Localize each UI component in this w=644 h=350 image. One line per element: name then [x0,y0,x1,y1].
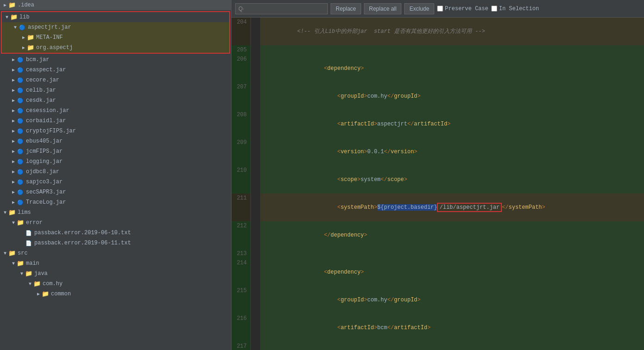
tree-item-aspectjrt[interactable]: ▼ 🔵 aspectjrt.jar [2,22,229,32]
tree-item-org-aspectj[interactable]: ▶ 📁 org.aspectj [2,43,229,53]
arrow-tracelog: ▶ [10,199,17,206]
folder-icon-idea: 📁 [8,1,16,9]
arrow-cryptojfips: ▶ [10,128,17,134]
arrow-ceaspect: ▶ [10,67,17,73]
line-number-204: 204 [231,18,251,45]
tree-item-java[interactable]: ▼ 📁 java [0,269,231,279]
jar-icon-sapjco3: 🔵 [17,178,24,186]
jar-icon-ceaspect: 🔵 [17,66,24,74]
editor-area: Replace Replace all Exclude Preserve Cas… [231,0,644,350]
tree-label-meta-inf: META-INF [36,34,63,41]
tree-item-meta-inf[interactable]: ▶ 📁 META-INF [2,32,229,43]
preserve-case-checkbox[interactable] [437,6,443,12]
tree-label-tracelog: TraceLog.jar [26,199,66,206]
arrow-logging: ▶ [10,158,17,165]
arrow-cecore: ▶ [10,77,17,83]
tree-label-secsapr3: secSAPR3.jar [26,189,66,195]
line-number-212: 212 [231,221,251,249]
line-number-211: 211 [231,194,251,221]
tree-item-lib[interactable]: ▼ 📁 lib [2,12,229,22]
tree-item-jcmfips[interactable]: ▶ 🔵 jcmFIPS.jar [0,146,231,156]
tree-item-ojdbc8[interactable]: ▶ 🔵 ojdbc8.jar [0,167,231,177]
tree-item-celib[interactable]: ▶ 🔵 celib.jar [0,85,231,95]
tree-label-sapjco3: sapjco3.jar [26,179,63,185]
tree-item-tracelog[interactable]: ▶ 🔵 TraceLog.jar [0,197,231,207]
arrow-java: ▼ [19,270,25,277]
tree-item-logging[interactable]: ▶ 🔵 logging.jar [0,156,231,167]
tree-item-src[interactable]: ▼ 📁 src [0,248,231,258]
tree-item-corbaidl[interactable]: ▶ 🔵 corbaidl.jar [0,116,231,126]
in-selection-text: In Selection [499,6,539,12]
tree-label-com-hy: com.hy [43,281,63,287]
folder-icon-com-hy: 📁 [33,280,41,288]
line-number-208: 208 [231,110,251,138]
line-gutter-207 [251,82,260,110]
tree-item-common[interactable]: ▶ 📁 common [0,289,231,299]
code-line-209: 209 <version>0.0.1</version> [231,138,644,166]
tree-item-cecore[interactable]: ▶ 🔵 cecore.jar [0,75,231,85]
jar-icon-cecore: 🔵 [17,76,24,84]
line-content-211: <systemPath>${project.basedir}/lib/aspec… [260,194,644,221]
tree-item-com-hy[interactable]: ▼ 📁 com.hy [0,279,231,289]
jar-icon-jcmfips: 🔵 [17,148,24,155]
tree-label-celib: celib.jar [26,87,56,94]
tree-label-ebus405: ebus405.jar [26,138,63,144]
folder-icon-java: 📁 [25,270,32,277]
tree-item-secsapr3[interactable]: ▶ 🔵 secSAPR3.jar [0,187,231,197]
line-number-207: 207 [231,82,251,110]
tree-item-main[interactable]: ▼ 📁 main [0,258,231,269]
code-line-208: 208 <artifactId>aspectjrt</artifactId> [231,110,644,138]
tree-item-ceaspect[interactable]: ▶ 🔵 ceaspect.jar [0,65,231,75]
preserve-case-label[interactable]: Preserve Case [437,6,488,12]
arrow-celib: ▶ [10,87,17,94]
tree-item-cesdk[interactable]: ▶ 🔵 cesdk.jar [0,95,231,106]
folder-icon-meta-inf: 📁 [27,34,34,41]
tree-label-jcmfips: jcmFIPS.jar [26,148,63,155]
tree-label-org-aspectj: org.aspectj [36,44,73,51]
arrow-lims: ▼ [2,209,8,216]
red-box-path: /lib/aspectjrt.jar [437,203,502,212]
tree-label-cecore: cecore.jar [26,77,59,83]
replace-all-button[interactable]: Replace all [364,3,401,14]
tree-item-cesession[interactable]: ▶ 🔵 cesession.jar [0,106,231,116]
line-content-210: <scope>system</scope> [260,166,644,194]
code-line-205: 205 [231,45,644,55]
line-content-216: <artifactId>bcm</artifactId> [260,314,644,342]
lib-box: ▼ 📁 lib ▼ 🔵 aspectjrt.jar ▶ 📁 META-INF ▶… [1,11,230,54]
find-replace-bar: Replace Replace all Exclude Preserve Cas… [231,0,644,18]
line-gutter-208 [251,110,260,138]
code-line-217: 217 <version>0.0.1</version> [231,342,644,350]
in-selection-checkbox[interactable] [491,6,497,12]
collapse-arrow-org-aspectj: ▶ [20,44,27,51]
code-line-211: 211 <systemPath>${project.basedir}/lib/a… [231,194,644,221]
tree-label-ojdbc8: ojdbc8.jar [26,169,59,175]
collapse-arrow-aspectjrt: ▼ [12,24,19,31]
tree-item-passback1[interactable]: ▶ 📄 passback.error.2019-06-10.txt [0,228,231,238]
line-number-215: 215 [231,286,251,314]
tree-item-cryptojfips[interactable]: ▶ 🔵 cryptojFIPS.jar [0,126,231,136]
code-editor[interactable]: 204 <!-- 引入Lib中的外部jar start 是否有其他更好的引入方法… [231,18,644,350]
arrow-com-hy: ▼ [27,281,33,287]
tree-item-lims[interactable]: ▼ 📁 lims [0,207,231,218]
jar-icon-ojdbc8: 🔵 [17,168,24,175]
tree-item-ebus405[interactable]: ▶ 🔵 ebus405.jar [0,136,231,146]
line-number-206: 206 [231,55,251,82]
tree-item-passback2[interactable]: ▶ 📄 passback.error.2019-06-11.txt [0,238,231,248]
folder-icon-org-aspectj: 📁 [27,44,34,51]
replace-button[interactable]: Replace [331,3,361,14]
tree-item-sapjco3[interactable]: ▶ 🔵 sapjco3.jar [0,177,231,187]
in-selection-label[interactable]: In Selection [491,6,539,12]
exclude-button[interactable]: Exclude [404,3,434,14]
line-gutter-206 [251,55,260,82]
arrow-error: ▼ [10,219,17,226]
line-gutter-211 [251,194,260,221]
line-gutter-214 [251,258,260,286]
tree-item-error[interactable]: ▼ 📁 error [0,218,231,228]
folder-icon-lib: 📁 [10,13,18,21]
search-input[interactable] [235,3,328,14]
tree-item-bcm[interactable]: ▶ 🔵 bcm.jar [0,55,231,65]
tree-item-idea[interactable]: ▶ 📁 .idea [0,0,231,10]
tree-label-common: common [51,291,71,297]
tree-label-passback1: passback.error.2019-06-10.txt [34,230,131,236]
arrow-common: ▶ [35,291,42,297]
